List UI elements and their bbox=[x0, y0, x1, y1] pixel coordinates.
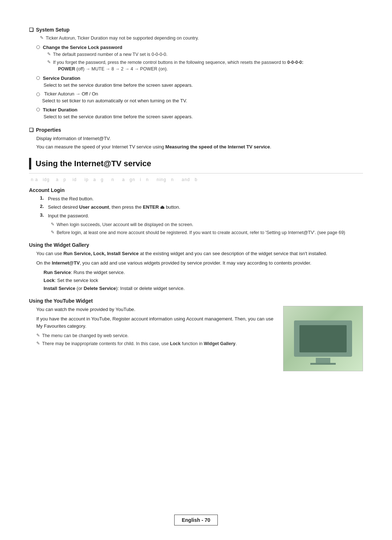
account-login-note2-text: Before login, at least one and more acco… bbox=[57, 229, 345, 236]
change-service-lock-note1: ✎ The default password number of a new T… bbox=[47, 51, 363, 58]
service-duration-header: Service Duration bbox=[36, 75, 363, 81]
blurred-row: n a idg a p id ip a g n a gn i n ning n … bbox=[31, 177, 363, 182]
note-icon-7: ✎ bbox=[36, 341, 40, 346]
change-service-lock-label: Change the Service Lock password bbox=[43, 45, 122, 50]
blurred-text: n a idg a p id ip a g n a gn i n ning n … bbox=[31, 177, 197, 182]
note-icon-3: ✎ bbox=[47, 60, 51, 65]
youtube-note1-text: The menu can be changed by web service. bbox=[42, 332, 128, 339]
widget-gallery-install-service: Install Service (or Delete Service): Ins… bbox=[44, 285, 363, 292]
note-icon-2: ✎ bbox=[47, 52, 51, 57]
ticker-autorun-line: Ticker Autorun → Off / On bbox=[36, 91, 363, 97]
properties-title: Properties bbox=[36, 127, 61, 133]
change-service-lock-note2: ✎ If you forget the password, press the … bbox=[47, 59, 363, 73]
widget-gallery-para1: You can use Run Service, Lock, Install S… bbox=[36, 250, 363, 257]
system-setup-title: System Setup bbox=[36, 27, 70, 33]
internet-tv-section-header: Using the Internet@TV service bbox=[29, 158, 363, 169]
youtube-note2: ✎ There may be inappropriate contents fo… bbox=[36, 340, 276, 347]
step-1: 1. Press the Red button. bbox=[40, 195, 363, 202]
youtube-image-inner bbox=[283, 306, 363, 371]
widget-gallery-content: You can use Run Service, Lock, Install S… bbox=[36, 250, 363, 292]
system-setup-note-text: Ticker Autorun, Ticker Duration may not … bbox=[46, 35, 199, 42]
youtube-para2: If you have the account in YouTube, Regi… bbox=[36, 315, 276, 330]
youtube-image bbox=[283, 306, 363, 371]
service-duration-label: Service Duration bbox=[43, 75, 80, 81]
system-setup-header: ❑ System Setup bbox=[29, 27, 363, 33]
youtube-note1: ✎ The menu can be changed by web service… bbox=[36, 332, 276, 339]
note-icon-6: ✎ bbox=[36, 333, 40, 338]
youtube-note2-text: There may be inappropriate contents for … bbox=[42, 340, 237, 347]
account-login-steps: 1. Press the Red button. 2. Select desir… bbox=[40, 195, 363, 220]
step-1-num: 1. bbox=[40, 195, 46, 201]
section-bar bbox=[29, 158, 31, 169]
ticker-autorun-text: Select to set ticker to run automaticall… bbox=[42, 97, 363, 105]
note-icon-1: ✎ bbox=[40, 35, 44, 40]
youtube-para1: You can watch the movie provided by YouT… bbox=[36, 306, 276, 313]
ticker-autorun-label: Ticker Autorun → Off / On bbox=[44, 91, 98, 97]
tv-shape bbox=[294, 320, 352, 357]
widget-gallery-para2: On the Internet@TV, you can add and use … bbox=[36, 259, 363, 267]
internet-tv-section: Using the Internet@TV service n a idg a … bbox=[29, 158, 363, 372]
internet-tv-section-title: Using the Internet@TV service bbox=[36, 159, 151, 168]
tv-container bbox=[294, 320, 352, 357]
tv-base bbox=[310, 363, 336, 365]
service-duration-text: Select to set the service duration time … bbox=[44, 82, 363, 89]
change-service-lock-note1-text: The default password number of a new TV … bbox=[53, 51, 167, 58]
footer-text: English - 70 bbox=[182, 517, 211, 523]
change-service-lock-header: Change the Service Lock password bbox=[36, 45, 363, 50]
step-1-text: Press the Red button. bbox=[48, 195, 94, 202]
youtube-widget-header: Using the YouTube Widget bbox=[29, 298, 363, 304]
step-2-text: Select desired User account, then press … bbox=[48, 204, 180, 211]
circle-bullet-2 bbox=[36, 76, 40, 80]
youtube-text-block: You can watch the movie provided by YouT… bbox=[36, 306, 276, 348]
service-duration-section: Service Duration Select to set the servi… bbox=[36, 75, 363, 89]
ticker-duration-section: Ticker Duration Select to set the servic… bbox=[36, 107, 363, 120]
circle-bullet-1 bbox=[36, 45, 40, 49]
properties-line2: You can measure the speed of your Intern… bbox=[36, 143, 363, 151]
note-icon-5: ✎ bbox=[51, 230, 54, 235]
widget-gallery-run-service: Run Service: Runs the widget service. bbox=[44, 269, 363, 276]
change-service-lock-section: Change the Service Lock password ✎ The d… bbox=[36, 45, 363, 73]
tv-screen bbox=[299, 325, 347, 352]
widget-gallery-lock: Lock: Set the service lock bbox=[44, 277, 363, 284]
page-footer: English - 70 bbox=[0, 515, 392, 525]
step-3: 3. Input the password. bbox=[40, 212, 363, 220]
change-service-lock-note2-text: If you forget the password, press the re… bbox=[53, 59, 303, 73]
account-login-header: Account Login bbox=[29, 187, 363, 193]
step-3-num: 3. bbox=[40, 212, 46, 218]
tv-stand bbox=[316, 358, 330, 363]
section-divider bbox=[29, 173, 363, 173]
step-3-text: Input the password. bbox=[48, 212, 89, 220]
circle-bullet-4 bbox=[36, 108, 40, 111]
circle-bullet-3 bbox=[36, 93, 40, 96]
account-login-note2: ✎ Before login, at least one and more ac… bbox=[51, 229, 363, 236]
ticker-duration-text: Select to set the service duration time … bbox=[44, 113, 363, 120]
widget-gallery-header: Using the Widget Gallery bbox=[29, 242, 363, 248]
page-container: ❑ System Setup ✎ Ticker Autorun, Ticker … bbox=[0, 0, 392, 540]
step-2-num: 2. bbox=[40, 204, 46, 209]
account-login-note1-text: When login succeeds, User account will b… bbox=[57, 221, 193, 228]
properties-header: ❑ Properties bbox=[29, 127, 363, 133]
system-setup-note: ✎ Ticker Autorun, Ticker Duration may no… bbox=[40, 35, 363, 42]
properties-line1: Display information of Internet@TV. bbox=[36, 135, 363, 142]
r-bullet-properties: ❑ bbox=[29, 127, 34, 133]
account-login-note1: ✎ When login succeeds, User account will… bbox=[51, 221, 363, 228]
r-bullet-system: ❑ bbox=[29, 27, 34, 33]
note-icon-4: ✎ bbox=[51, 222, 54, 227]
ticker-duration-label: Ticker Duration bbox=[43, 107, 77, 112]
youtube-widget-content: You can watch the movie provided by YouT… bbox=[36, 306, 363, 371]
footer-box: English - 70 bbox=[174, 515, 218, 525]
step-2: 2. Select desired User account, then pre… bbox=[40, 204, 363, 211]
ticker-duration-header: Ticker Duration bbox=[36, 107, 363, 112]
youtube-section-layout: You can watch the movie provided by YouT… bbox=[36, 306, 363, 371]
